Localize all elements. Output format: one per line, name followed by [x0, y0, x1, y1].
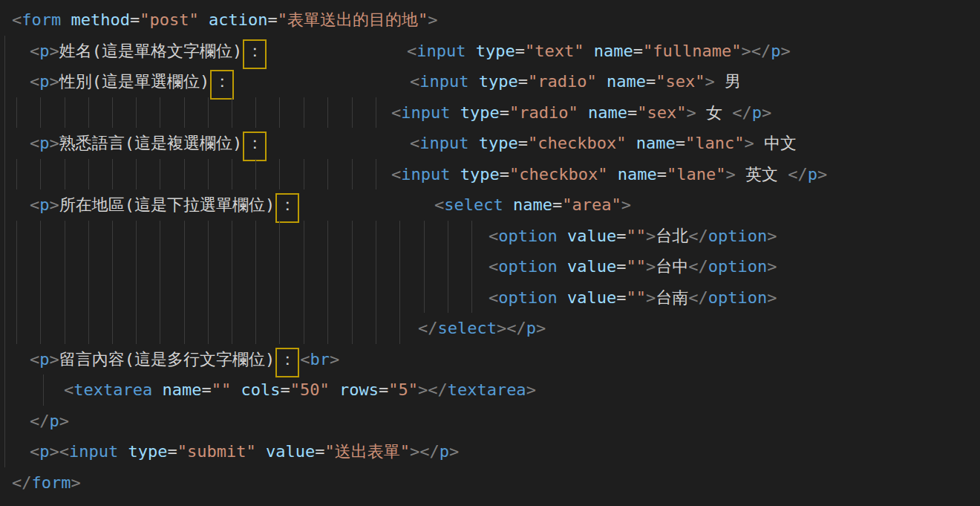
indent-guide: [112, 221, 113, 252]
code-segment: <form method="post" action="表單送出的目的地">: [12, 4, 437, 36]
indent-guide: [399, 221, 400, 252]
indent-guide: [88, 282, 89, 314]
code-token-operator: =: [379, 380, 388, 399]
code-token-string: "lane": [667, 165, 725, 184]
code-token-text: 中文: [754, 134, 797, 152]
code-token-punctuation: </: [688, 227, 708, 245]
code-line[interactable]: <p>姓名(這是單格文字欄位)：<input type="text" name=…: [0, 36, 980, 67]
code-line[interactable]: <option value="">台北</option>: [0, 221, 980, 252]
code-token-punctuation: <: [391, 165, 401, 184]
code-token-tag: p: [440, 442, 449, 461]
code-token-punctuation: </: [688, 288, 708, 307]
code-line[interactable]: <input type="radio" name="sex"> 女 </p>: [0, 97, 980, 129]
code-line[interactable]: <p>所在地區(這是下拉選單欄位)：<select name="area">: [0, 189, 980, 221]
code-token-punctuation: >: [50, 350, 59, 369]
indent-guide: [352, 282, 353, 314]
indent-guide: [4, 251, 5, 282]
code-token-tag: input: [401, 165, 450, 184]
indent-guide: [16, 97, 17, 129]
code-token-string: "radio": [509, 103, 578, 122]
code-token-string: "": [626, 257, 646, 276]
code-segment: <option value="">台中</option>: [489, 251, 777, 282]
code-token-string: "": [626, 288, 646, 307]
indent-guide: [184, 221, 185, 252]
code-token-punctuation: </: [688, 257, 708, 276]
indent-guide: [16, 159, 17, 190]
code-token-operator: =: [616, 257, 626, 276]
code-token-attribute: type: [468, 72, 517, 91]
code-token-punctuation: ></: [410, 442, 440, 461]
code-line[interactable]: <option value="">台南</option>: [0, 282, 980, 314]
code-token-tag: p: [771, 42, 780, 60]
indent-guide: [304, 159, 304, 190]
code-editor[interactable]: <form method="post" action="表單送出的目的地"><p…: [0, 0, 980, 502]
indent-guide: [4, 66, 5, 97]
code-token-text: 留言內容(這是多行文字欄位): [59, 350, 275, 369]
indent-guide: [376, 251, 376, 282]
code-token-attribute: value: [558, 288, 616, 307]
code-token-operator: =: [500, 165, 509, 184]
code-token-text: 所在地區(這是下拉選單欄位): [59, 195, 275, 214]
indent-guide: [160, 313, 160, 344]
code-line[interactable]: </select></p>: [0, 313, 980, 344]
code-token-operator: =: [515, 42, 525, 60]
code-token-attribute: type: [118, 442, 167, 461]
code-token-tag: input: [401, 103, 450, 122]
code-token-attribute: value: [558, 227, 616, 245]
indent-guide: [184, 251, 185, 282]
indent-guide: [88, 313, 89, 344]
code-token-tag: input: [419, 134, 468, 152]
indent-guide: [4, 374, 5, 406]
code-token-attribute: type: [468, 134, 517, 152]
indent-guide: [471, 282, 472, 314]
code-line[interactable]: <input type="checkbox" name="lane"> 英文 <…: [0, 159, 980, 190]
code-token-punctuation: <: [30, 72, 39, 91]
code-line[interactable]: <p><input type="submit" value="送出表單"></p…: [0, 436, 980, 467]
code-token-punctuation: >: [767, 288, 777, 307]
indent-guide: [232, 251, 232, 282]
code-token-punctuation: <: [30, 195, 39, 214]
code-token-attribute: method: [61, 10, 130, 29]
indent-guide: [136, 251, 137, 282]
indent-guide: [208, 159, 209, 190]
code-segment: <p>熟悉語言(這是複選欄位)：: [30, 128, 267, 159]
unicode-highlight-box: ：: [243, 132, 267, 161]
code-line[interactable]: </form>: [0, 467, 980, 499]
indent-guide: [255, 221, 256, 252]
code-token-tag: select: [438, 319, 497, 337]
code-token-text: 男: [715, 72, 741, 91]
code-line[interactable]: <option value="">台中</option>: [0, 251, 980, 282]
unicode-highlight-box: ：: [275, 348, 299, 377]
code-line[interactable]: <p>熟悉語言(這是複選欄位)：<input type="checkbox" n…: [0, 128, 980, 159]
code-token-punctuation: >: [767, 257, 777, 276]
indent-guide: [4, 406, 5, 437]
code-line[interactable]: </p>: [0, 406, 980, 437]
indent-guide: [4, 159, 5, 190]
indent-guide: [255, 97, 256, 129]
code-token-punctuation: </: [418, 319, 438, 337]
indent-guide: [304, 282, 304, 314]
indent-guide: [232, 97, 232, 129]
code-line[interactable]: <p>留言內容(這是多行文字欄位)：<br>: [0, 344, 980, 375]
code-token-attribute: action: [199, 10, 268, 29]
code-line[interactable]: <textarea name="" cols="50" rows="5"></t…: [0, 374, 980, 406]
code-token-operator: =: [267, 10, 277, 29]
indent-guide: [88, 159, 89, 190]
indent-guide: [376, 313, 376, 344]
code-token-tag: br: [310, 350, 330, 369]
code-segment: <input type="text" name="fullname"></p>: [407, 36, 791, 67]
code-token-attribute: type: [466, 42, 514, 60]
code-token-attribute: type: [450, 165, 499, 184]
indent-guide: [112, 313, 113, 344]
code-line[interactable]: <form method="post" action="表單送出的目的地">: [0, 4, 980, 36]
indent-guide: [352, 313, 353, 344]
code-token-punctuation: >: [50, 195, 59, 214]
indent-guide: [112, 282, 113, 314]
code-token-text: 台中: [656, 257, 688, 276]
indent-guide: [255, 313, 256, 344]
indent-guide: [376, 282, 376, 314]
indent-guide: [279, 221, 280, 252]
indent-guide: [160, 97, 160, 129]
code-line[interactable]: <p>性別(這是單選欄位)：<input type="radio" name="…: [0, 66, 980, 97]
indent-guide: [4, 189, 5, 221]
